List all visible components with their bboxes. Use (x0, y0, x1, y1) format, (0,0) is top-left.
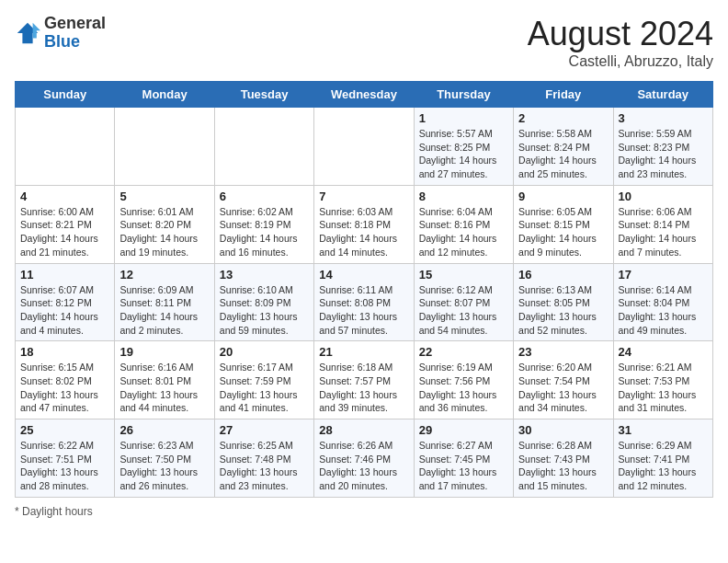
day-info: Sunrise: 6:18 AMSunset: 7:57 PMDaylight:… (319, 361, 408, 415)
day-number: 23 (518, 345, 608, 359)
day-number: 26 (119, 423, 209, 437)
day-info: Sunrise: 6:25 AMSunset: 7:48 PMDaylight:… (220, 439, 309, 493)
calendar-cell: 7Sunrise: 6:03 AMSunset: 8:18 PMDaylight… (314, 185, 414, 263)
calendar-cell: 22Sunrise: 6:19 AMSunset: 7:56 PMDayligh… (414, 341, 513, 419)
day-info: Sunrise: 5:59 AMSunset: 8:23 PMDaylight:… (619, 127, 708, 181)
day-header-friday: Friday (514, 82, 613, 108)
calendar-title: August 2024 (528, 15, 713, 53)
day-info: Sunrise: 6:05 AMSunset: 8:15 PMDaylight:… (518, 205, 608, 259)
day-info: Sunrise: 6:02 AMSunset: 8:19 PMDaylight:… (220, 205, 309, 259)
calendar-cell: 13Sunrise: 6:10 AMSunset: 8:09 PMDayligh… (214, 263, 313, 341)
calendar-cell: 5Sunrise: 6:01 AMSunset: 8:20 PMDaylight… (115, 185, 214, 263)
calendar-cell: 14Sunrise: 6:11 AMSunset: 8:08 PMDayligh… (314, 263, 414, 341)
calendar-cell: 30Sunrise: 6:28 AMSunset: 7:43 PMDayligh… (514, 419, 613, 498)
day-info: Sunrise: 6:15 AMSunset: 8:02 PMDaylight:… (20, 361, 109, 415)
day-number: 20 (220, 345, 309, 359)
day-info: Sunrise: 6:27 AMSunset: 7:45 PMDaylight:… (419, 439, 508, 493)
logo-blue-text: Blue (44, 32, 80, 51)
day-info: Sunrise: 6:19 AMSunset: 7:56 PMDaylight:… (419, 361, 508, 415)
calendar-cell: 9Sunrise: 6:05 AMSunset: 8:15 PMDaylight… (514, 185, 613, 263)
day-number: 13 (220, 268, 309, 282)
day-number: 17 (619, 268, 708, 282)
calendar-cell: 27Sunrise: 6:25 AMSunset: 7:48 PMDayligh… (214, 419, 313, 498)
calendar-cell: 3Sunrise: 5:59 AMSunset: 8:23 PMDaylight… (613, 108, 712, 186)
day-number: 4 (20, 190, 109, 203)
calendar-cell: 24Sunrise: 6:21 AMSunset: 7:53 PMDayligh… (613, 341, 712, 419)
day-number: 31 (619, 423, 708, 437)
week-row-1: 1Sunrise: 5:57 AMSunset: 8:25 PMDaylight… (16, 108, 713, 186)
day-info: Sunrise: 6:03 AMSunset: 8:18 PMDaylight:… (319, 205, 408, 259)
day-number: 24 (619, 345, 708, 359)
day-number: 29 (419, 423, 508, 437)
day-number: 15 (419, 268, 508, 282)
day-number: 7 (319, 190, 408, 203)
day-number: 12 (119, 268, 209, 282)
day-info: Sunrise: 5:57 AMSunset: 8:25 PMDaylight:… (419, 127, 508, 181)
calendar-cell: 16Sunrise: 6:13 AMSunset: 8:05 PMDayligh… (514, 263, 613, 341)
calendar-cell: 10Sunrise: 6:06 AMSunset: 8:14 PMDayligh… (613, 185, 712, 263)
day-info: Sunrise: 6:22 AMSunset: 7:51 PMDaylight:… (20, 439, 109, 493)
calendar-cell (115, 108, 214, 186)
day-header-wednesday: Wednesday (314, 82, 414, 108)
day-number: 28 (319, 423, 408, 437)
day-info: Sunrise: 6:26 AMSunset: 7:46 PMDaylight:… (319, 439, 408, 493)
day-number: 1 (419, 111, 508, 125)
day-number: 19 (119, 345, 209, 359)
day-number: 16 (518, 268, 608, 282)
title-area: August 2024 Castelli, Abruzzo, Italy (528, 15, 713, 70)
logo: General Blue (15, 15, 106, 52)
calendar-cell: 26Sunrise: 6:23 AMSunset: 7:50 PMDayligh… (115, 419, 214, 498)
day-number: 11 (20, 268, 109, 282)
calendar-cell (314, 108, 414, 186)
calendar-cell: 29Sunrise: 6:27 AMSunset: 7:45 PMDayligh… (414, 419, 513, 498)
calendar-cell: 4Sunrise: 6:00 AMSunset: 8:21 PMDaylight… (16, 185, 115, 263)
calendar-cell: 2Sunrise: 5:58 AMSunset: 8:24 PMDaylight… (514, 108, 613, 186)
calendar-cell: 21Sunrise: 6:18 AMSunset: 7:57 PMDayligh… (314, 341, 414, 419)
day-number: 25 (20, 423, 109, 437)
week-row-3: 11Sunrise: 6:07 AMSunset: 8:12 PMDayligh… (16, 263, 713, 341)
day-info: Sunrise: 6:07 AMSunset: 8:12 PMDaylight:… (20, 283, 109, 338)
day-number: 30 (518, 423, 608, 437)
day-info: Sunrise: 6:09 AMSunset: 8:11 PMDaylight:… (119, 283, 209, 338)
calendar-cell: 31Sunrise: 6:29 AMSunset: 7:41 PMDayligh… (613, 419, 712, 498)
day-info: Sunrise: 6:14 AMSunset: 8:04 PMDaylight:… (619, 283, 708, 338)
header: General Blue August 2024 Castelli, Abruz… (15, 15, 713, 70)
day-info: Sunrise: 6:16 AMSunset: 8:01 PMDaylight:… (119, 361, 209, 415)
calendar-cell: 8Sunrise: 6:04 AMSunset: 8:16 PMDaylight… (414, 185, 513, 263)
logo-general-text: General (44, 14, 106, 32)
week-row-5: 25Sunrise: 6:22 AMSunset: 7:51 PMDayligh… (16, 419, 713, 498)
day-header-thursday: Thursday (414, 82, 513, 108)
calendar-cell: 17Sunrise: 6:14 AMSunset: 8:04 PMDayligh… (613, 263, 712, 341)
day-info: Sunrise: 6:28 AMSunset: 7:43 PMDaylight:… (518, 439, 608, 493)
day-number: 27 (220, 423, 309, 437)
calendar-cell: 20Sunrise: 6:17 AMSunset: 7:59 PMDayligh… (214, 341, 313, 419)
day-number: 18 (20, 345, 109, 359)
day-info: Sunrise: 6:10 AMSunset: 8:09 PMDaylight:… (220, 283, 309, 338)
day-number: 5 (119, 190, 209, 203)
calendar-cell: 1Sunrise: 5:57 AMSunset: 8:25 PMDaylight… (414, 108, 513, 186)
calendar-cell: 6Sunrise: 6:02 AMSunset: 8:19 PMDaylight… (214, 185, 313, 263)
day-info: Sunrise: 6:29 AMSunset: 7:41 PMDaylight:… (619, 439, 708, 493)
day-info: Sunrise: 6:06 AMSunset: 8:14 PMDaylight:… (619, 205, 708, 259)
calendar-cell: 18Sunrise: 6:15 AMSunset: 8:02 PMDayligh… (16, 341, 115, 419)
calendar-cell: 19Sunrise: 6:16 AMSunset: 8:01 PMDayligh… (115, 341, 214, 419)
day-number: 9 (518, 190, 608, 203)
day-info: Sunrise: 6:04 AMSunset: 8:16 PMDaylight:… (419, 205, 508, 259)
day-number: 6 (220, 190, 309, 203)
day-number: 3 (619, 111, 708, 125)
week-row-4: 18Sunrise: 6:15 AMSunset: 8:02 PMDayligh… (16, 341, 713, 419)
calendar-cell (16, 108, 115, 186)
day-number: 8 (419, 190, 508, 203)
footer-note: * Daylight hours (15, 505, 713, 518)
day-number: 14 (319, 268, 408, 282)
day-info: Sunrise: 6:23 AMSunset: 7:50 PMDaylight:… (119, 439, 209, 493)
day-info: Sunrise: 6:21 AMSunset: 7:53 PMDaylight:… (619, 361, 708, 415)
day-info: Sunrise: 6:01 AMSunset: 8:20 PMDaylight:… (119, 205, 209, 259)
day-header-sunday: Sunday (16, 82, 115, 108)
day-number: 22 (419, 345, 508, 359)
calendar-table: SundayMondayTuesdayWednesdayThursdayFrid… (15, 81, 713, 498)
week-row-2: 4Sunrise: 6:00 AMSunset: 8:21 PMDaylight… (16, 185, 713, 263)
day-number: 21 (319, 345, 408, 359)
calendar-cell: 15Sunrise: 6:12 AMSunset: 8:07 PMDayligh… (414, 263, 513, 341)
svg-marker-1 (33, 23, 40, 39)
